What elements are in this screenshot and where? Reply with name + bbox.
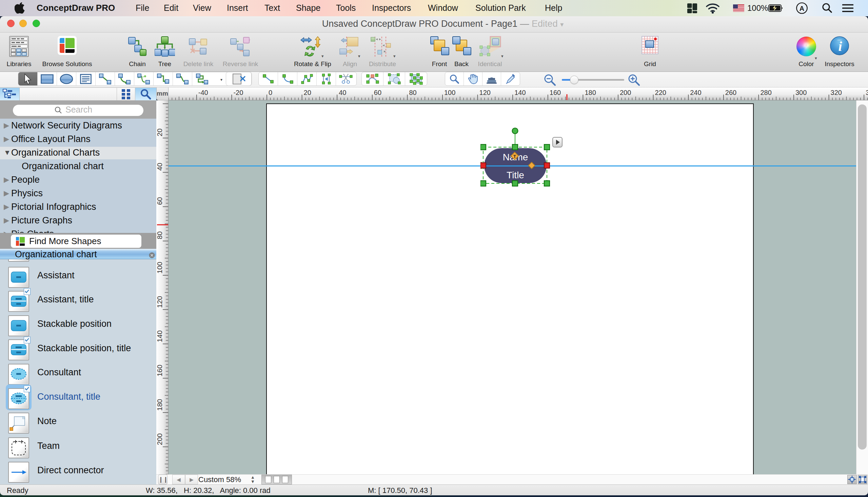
svg-text:0: 0 [269, 89, 272, 96]
svg-text:A: A [799, 5, 804, 12]
svg-text:40: 40 [339, 89, 346, 96]
svg-text:120: 120 [480, 89, 490, 96]
svg-text:300: 300 [795, 89, 807, 96]
svg-text:340: 340 [866, 89, 868, 96]
svg-text:200: 200 [620, 89, 631, 96]
svg-text:-20: -20 [233, 89, 243, 96]
svg-text:60: 60 [156, 197, 163, 205]
svg-text:140: 140 [514, 89, 526, 96]
svg-text:140: 140 [156, 330, 163, 342]
svg-text:180: 180 [585, 89, 596, 96]
svg-text:240: 240 [690, 89, 701, 96]
svg-text:320: 320 [831, 89, 842, 96]
svg-text:i: i [838, 39, 842, 54]
svg-text:180: 180 [156, 399, 163, 411]
svg-text:80: 80 [156, 231, 163, 239]
svg-text:60: 60 [374, 89, 382, 96]
svg-text:260: 260 [725, 89, 737, 96]
svg-text:T: T [513, 154, 516, 159]
svg-text:220: 220 [655, 89, 666, 96]
svg-text:20: 20 [156, 128, 163, 136]
svg-text:100: 100 [156, 262, 163, 273]
svg-text:120: 120 [156, 296, 163, 308]
svg-text:-40: -40 [198, 89, 208, 96]
svg-text:160: 160 [156, 365, 163, 377]
svg-text:100: 100 [444, 89, 455, 96]
svg-text:200: 200 [156, 433, 163, 445]
svg-text:80: 80 [409, 89, 416, 96]
svg-text:280: 280 [760, 89, 771, 96]
svg-text:40: 40 [156, 163, 163, 171]
svg-text:160: 160 [550, 89, 561, 96]
svg-text:20: 20 [304, 89, 311, 96]
